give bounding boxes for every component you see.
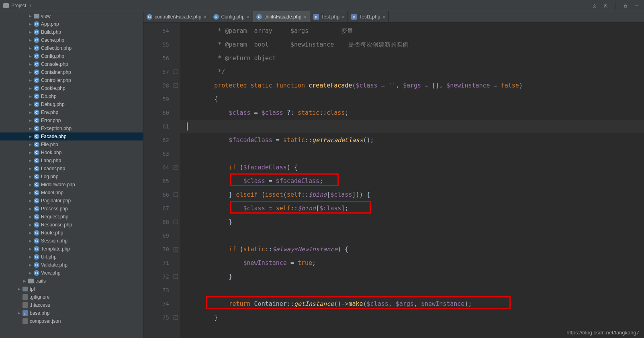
expand-arrow-icon[interactable]: ▶ (28, 223, 32, 227)
tree-item[interactable]: ▶CRoute.php (0, 229, 143, 237)
expand-arrow-icon[interactable]: ▶ (28, 231, 32, 235)
expand-arrow-icon[interactable]: ▶ (22, 279, 27, 283)
line-number[interactable]: 75− (143, 311, 180, 324)
expand-arrow-icon[interactable]: ▶ (28, 183, 32, 187)
editor-tab[interactable]: Ccontroller\Facade.php× (143, 11, 210, 22)
line-number[interactable]: 58− (143, 79, 180, 92)
expand-arrow-icon[interactable]: ▶ (28, 247, 32, 251)
line-number[interactable]: 55 (143, 38, 180, 51)
expand-arrow-icon[interactable]: ▶ (28, 86, 32, 90)
line-number[interactable]: 66− (143, 188, 180, 202)
tree-item[interactable]: ▶CDb.php (0, 92, 143, 100)
line-number[interactable]: 74 (143, 297, 180, 311)
line-number[interactable]: 71 (143, 256, 180, 270)
expand-arrow-icon[interactable]: ▶ (28, 54, 32, 58)
tree-item[interactable]: ▶CPaginator.php (0, 197, 143, 205)
expand-arrow-icon[interactable]: ▶ (28, 22, 32, 26)
line-number[interactable]: 72− (143, 270, 180, 283)
gear-icon[interactable]: ✿ (622, 2, 629, 9)
collapse-icon[interactable]: ⇱ (603, 2, 609, 9)
tree-item[interactable]: ▶CContainer.php (0, 68, 143, 76)
expand-arrow-icon[interactable]: ▶ (28, 62, 32, 66)
line-number[interactable]: 69 (143, 229, 180, 242)
code-line[interactable]: * @return object (180, 51, 644, 65)
code-line[interactable]: return Container::getInstance()->make($c… (180, 297, 644, 311)
expand-arrow-icon[interactable]: ▶ (28, 215, 32, 219)
code-line[interactable] (180, 229, 644, 242)
tree-item[interactable]: ▶view (0, 12, 143, 20)
line-number[interactable]: 59 (143, 92, 180, 106)
code-line[interactable]: $newInstance = true; (180, 256, 644, 270)
code-line[interactable]: $facadeClass = static::getFacadeClass(); (180, 133, 644, 147)
expand-arrow-icon[interactable]: ▶ (28, 14, 32, 18)
editor-tab[interactable]: CConfig.php× (210, 11, 253, 22)
tree-item[interactable]: ▶CResponse.php (0, 221, 143, 229)
editor-tab[interactable]: Cthink\Facade.php× (253, 11, 310, 22)
expand-arrow-icon[interactable]: ▶ (17, 311, 21, 315)
fold-icon[interactable]: − (174, 247, 178, 252)
line-number[interactable]: 60 (143, 106, 180, 120)
expand-arrow-icon[interactable]: ▶ (28, 207, 32, 211)
tree-item[interactable]: composer.json (0, 317, 143, 325)
tree-item[interactable]: ▶CFile.php (0, 140, 143, 149)
tree-item[interactable]: ▶CConsole.php (0, 60, 143, 68)
project-sidebar[interactable]: ▶view▶CApp.php▶CBuild.php▶CCache.php▶CCo… (0, 11, 143, 338)
expand-arrow-icon[interactable]: ▶ (28, 255, 32, 259)
expand-arrow-icon[interactable]: ▶ (28, 263, 32, 267)
file-tree[interactable]: ▶view▶CApp.php▶CBuild.php▶CCache.php▶CCo… (0, 11, 143, 325)
expand-arrow-icon[interactable]: ▶ (28, 70, 32, 74)
expand-arrow-icon[interactable]: ▶ (17, 287, 21, 291)
code-line[interactable]: } (180, 311, 644, 324)
editor-tabs[interactable]: Ccontroller\Facade.php×CConfig.php×Cthin… (143, 11, 644, 22)
close-icon[interactable]: × (382, 14, 385, 19)
line-number[interactable]: 54 (143, 24, 180, 38)
fold-icon[interactable]: − (174, 220, 178, 224)
expand-arrow-icon[interactable]: ▶ (28, 102, 32, 106)
expand-arrow-icon[interactable]: ▶ (28, 126, 32, 130)
fold-icon[interactable]: − (174, 316, 178, 320)
tree-item[interactable]: ▶CCollection.php (0, 44, 143, 52)
code-line[interactable]: } elseif (isset(self::$bind[$class])) { (180, 188, 644, 202)
expand-arrow-icon[interactable]: ▶ (28, 30, 32, 34)
expand-arrow-icon[interactable]: ▶ (28, 118, 32, 122)
editor-tab[interactable]: pTest1.php× (348, 11, 388, 22)
expand-arrow-icon[interactable]: ▶ (28, 134, 32, 138)
tree-item[interactable]: ▶CHook.php (0, 149, 143, 157)
tree-item[interactable]: ▶CTemplate.php (0, 245, 143, 253)
code-line[interactable]: * @param bool $newInstance 是否每次创建新的实例 (180, 38, 644, 51)
target-icon[interactable]: ◎ (591, 2, 598, 9)
expand-arrow-icon[interactable]: ▶ (28, 271, 32, 275)
line-number[interactable]: 70− (143, 242, 180, 256)
code-line[interactable]: if ($facadeClass) { (180, 161, 644, 174)
code-line[interactable]: } (180, 270, 644, 283)
expand-arrow-icon[interactable]: ▶ (28, 191, 32, 195)
close-icon[interactable]: × (247, 14, 249, 19)
code-line[interactable]: } (180, 215, 644, 229)
expand-arrow-icon[interactable]: ▶ (28, 110, 32, 114)
fold-icon[interactable]: − (174, 70, 178, 74)
code-line[interactable] (180, 283, 644, 297)
line-number[interactable]: 65 (143, 174, 180, 188)
tree-item[interactable]: ▶pbase.php (0, 309, 143, 317)
tree-item[interactable]: ▶tpl (0, 285, 143, 293)
tree-item[interactable]: ▶CEnv.php (0, 108, 143, 116)
line-number[interactable]: 68− (143, 215, 180, 229)
expand-arrow-icon[interactable]: ▶ (28, 94, 32, 98)
line-number[interactable]: 73 (143, 283, 180, 297)
expand-arrow-icon[interactable]: ▶ (28, 143, 32, 147)
line-number[interactable]: 61 (143, 120, 180, 133)
code-area[interactable]: 54555657−58−596061626364−6566−6768−6970−… (143, 22, 644, 338)
expand-arrow-icon[interactable]: ▶ (28, 151, 32, 155)
expand-arrow-icon[interactable]: ▶ (28, 239, 32, 243)
code-line[interactable]: $class = $facadeClass; (180, 174, 644, 188)
code-line[interactable] (180, 120, 644, 133)
code-line[interactable]: protected static function createFacade($… (180, 79, 644, 92)
close-icon[interactable]: × (304, 14, 306, 19)
tree-item[interactable]: ▶CMiddleware.php (0, 181, 143, 189)
project-dropdown[interactable]: Project ▼ (0, 3, 35, 8)
code-line[interactable]: */ (180, 65, 644, 79)
code-line[interactable]: $class = self::$bind[$class]; (180, 202, 644, 215)
line-number[interactable]: 62 (143, 133, 180, 147)
tree-item[interactable]: ▶CError.php (0, 116, 143, 124)
tree-item[interactable]: ▶CBuild.php (0, 28, 143, 36)
